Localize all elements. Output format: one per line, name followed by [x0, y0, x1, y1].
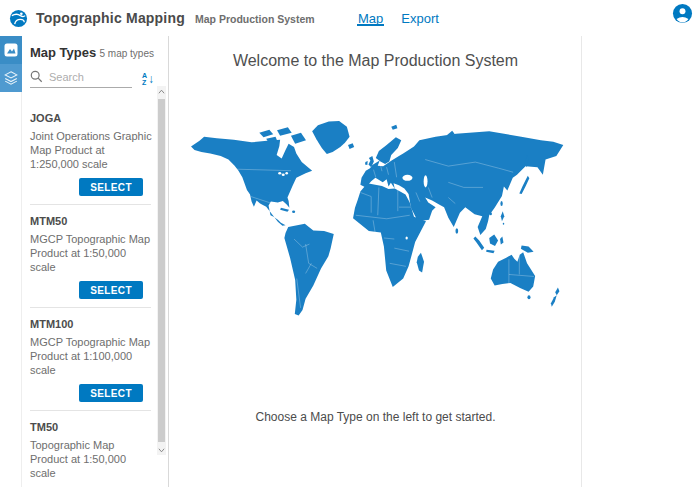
map-type-description: MGCP Topographic Map Product at 1:100,00…: [30, 335, 152, 377]
app-window: Topographic Mapping Map Production Syste…: [0, 0, 699, 487]
map-products-panel-icon[interactable]: [0, 36, 22, 64]
map-type-list: JOGA Joint Operations Graphic Map Produc…: [22, 102, 155, 487]
tab-map[interactable]: Map: [357, 2, 384, 35]
world-map: [186, 114, 566, 323]
header-tabs: Map Export: [357, 0, 440, 36]
map-type-description: Joint Operations Graphic Map Product at …: [30, 129, 152, 171]
sidebar-title: Map Types: [30, 45, 96, 60]
map-type-item: MTM50 MGCP Topographic Map Product at 1:…: [30, 204, 151, 307]
search-row: A Z ↓: [22, 60, 168, 88]
sort-letter-a: A: [142, 72, 147, 79]
select-button[interactable]: SELECT: [79, 384, 143, 402]
map-type-description: MGCP Topographic Map Product at 1:50,000…: [30, 232, 152, 274]
tab-export[interactable]: Export: [400, 2, 440, 35]
app-title: Topographic Mapping: [36, 10, 185, 26]
select-button[interactable]: SELECT: [79, 178, 143, 196]
sort-down-arrow: ↓: [148, 73, 154, 85]
sidebar-scrollbar[interactable]: [157, 86, 166, 455]
app-body: Map Types 5 map types A Z ↓: [0, 36, 699, 487]
search-icon: [30, 70, 43, 83]
search-box[interactable]: [30, 70, 132, 88]
layers-icon[interactable]: [0, 64, 22, 92]
user-avatar-icon[interactable]: [672, 3, 693, 24]
sidebar-header: Map Types 5 map types: [22, 36, 168, 60]
select-button[interactable]: SELECT: [79, 281, 143, 299]
map-type-name: TM50: [30, 417, 151, 433]
scroll-up-icon[interactable]: [157, 86, 166, 96]
sort-letter-z: Z: [142, 79, 147, 86]
sort-a-z-icon[interactable]: A Z ↓: [142, 72, 154, 86]
map-type-name: JOGA: [30, 108, 151, 124]
app-header: Topographic Mapping Map Production Syste…: [0, 0, 699, 36]
scroll-down-icon[interactable]: [157, 445, 166, 455]
welcome-panel: Welcome to the Map Production System: [170, 36, 582, 487]
map-type-name: MTM50: [30, 211, 151, 227]
welcome-title: Welcome to the Map Production System: [170, 52, 581, 70]
map-types-sidebar: Map Types 5 map types A Z ↓: [22, 36, 169, 487]
globe-icon: [9, 9, 28, 28]
map-type-description: Topographic Map Product at 1:50,000 scal…: [30, 438, 152, 480]
app-subtitle: Map Production System: [195, 13, 315, 25]
map-type-name: MTM100: [30, 314, 151, 330]
instruction-text: Choose a Map Type on the left to get sta…: [170, 410, 581, 424]
scrollbar-thumb[interactable]: [158, 99, 165, 442]
map-type-count: 5 map types: [100, 48, 154, 59]
search-input[interactable]: [49, 71, 129, 83]
tool-strip: [0, 36, 22, 487]
map-type-item: TM50 Topographic Map Product at 1:50,000…: [30, 410, 151, 487]
map-type-item: MTM100 MGCP Topographic Map Product at 1…: [30, 307, 151, 410]
map-type-item: JOGA Joint Operations Graphic Map Produc…: [30, 102, 151, 204]
